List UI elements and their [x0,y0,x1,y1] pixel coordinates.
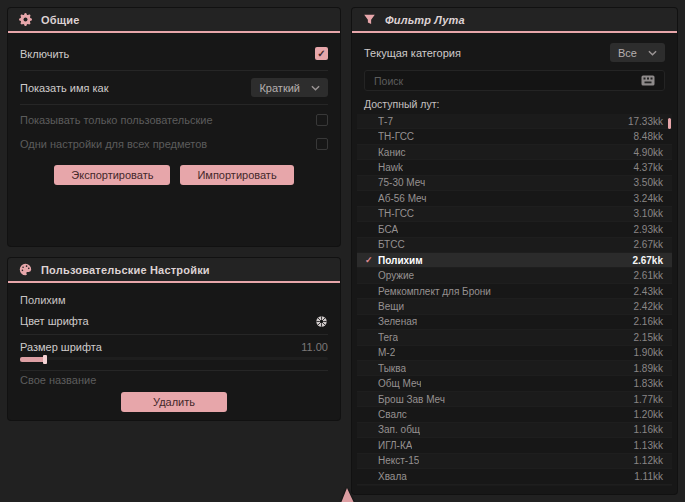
loot-row[interactable]: Вещи2.42kk [357,299,672,314]
name-mode-dropdown[interactable]: Краткий [251,78,328,97]
divider [20,104,328,105]
loot-name: Ремкомплект для Брони [378,286,491,297]
loot-row[interactable]: Общ Меч1.83kk [357,376,672,391]
loot-row[interactable]: ТН-ГСС8.48kk [357,129,672,144]
loot-value: 17.33kk [628,116,663,127]
enable-row: Включить [20,40,328,67]
loot-list: Т-717.33kkТН-ГСС8.48kkКанис4.90kkHawk4.3… [357,114,672,486]
font-size-slider[interactable] [20,357,328,360]
mouse-cursor [341,488,354,502]
loot-name: Полихим [378,255,423,266]
general-panel-body: Включить Показать имя как Краткий Показы [8,33,340,246]
font-color-label: Цвет шрифта [20,315,89,327]
custom-settings-title: Пользовательские Настройки [41,264,210,276]
loot-name: БСА [378,224,398,235]
loot-name: Тыква [378,363,406,374]
available-loot-label: Доступный лут: [364,98,665,110]
name-mode-row: Показать имя как Краткий [20,74,328,101]
loot-row[interactable]: Некст-151.12kk [357,454,672,469]
name-mode-label: Показать имя как [20,82,109,94]
loot-value: 3.24kk [634,193,663,204]
loot-name: Свалс [378,409,407,420]
loot-value: 1.11kk [634,471,663,482]
general-panel: Общие Включить Показать имя как Краткий [8,8,340,246]
search-input[interactable] [374,72,641,89]
search-box[interactable] [364,70,665,91]
font-size-value: 11.00 [301,341,328,353]
loot-name: Тега [378,332,398,343]
loot-name: Зеленая [378,316,417,327]
keyboard-icon[interactable] [641,75,655,86]
loot-row[interactable]: Hawk4.37kk [357,160,672,175]
loot-row[interactable]: Оружие2.61kk [357,268,672,283]
loot-filter-header: Фильтр Лута [352,8,677,33]
chevron-down-icon [311,85,320,91]
loot-value: 2.16kk [634,316,663,327]
loot-row[interactable]: Зап. общ1.16kk [357,423,672,438]
loot-name: Хвала [378,471,407,482]
loot-row[interactable]: Свалс1.20kk [357,407,672,422]
gear-icon [19,13,32,26]
loot-row[interactable]: ИГЛ-КА1.13kk [357,438,672,453]
chevron-down-icon [648,50,657,56]
custom-settings-panel: Пользовательские Настройки Полихим Цвет … [8,258,340,420]
loot-row[interactable]: Брош Зав Меч1.77kk [357,392,672,407]
loot-value: 2.93kk [634,224,663,235]
loot-row[interactable]: Тыква1.89kk [357,361,672,376]
palette-icon [19,263,32,276]
loot-row[interactable]: ТН-ГСС3.10kk [357,207,672,222]
loot-row[interactable]: Зеленая2.16kk [357,315,672,330]
name-mode-value: Краткий [259,82,300,94]
loot-name: М-2 [378,347,395,358]
loot-row[interactable]: БСА2.93kk [357,222,672,237]
scrollbar-thumb[interactable] [668,118,671,129]
slider-handle[interactable] [43,355,47,364]
loot-row[interactable]: Ремкомплект для Брони2.43kk [357,284,672,299]
enable-checkbox[interactable] [315,47,328,60]
loot-name: ТН-ГСС [378,131,414,142]
loot-row[interactable]: Т-717.33kk [357,114,672,129]
divider [20,334,328,335]
loot-value: 2.43kk [634,286,663,297]
same-settings-row: Одни настройки для всех предметов [20,132,328,156]
loot-name: Зап. общ [378,424,420,435]
loot-row[interactable]: Тега2.15kk [357,330,672,345]
loot-value: 1.20kk [634,409,663,420]
loot-name: Общ Меч [378,378,421,389]
loot-row[interactable]: БТСС2.67kk [357,238,672,253]
loot-filter-panel: Фильтр Лута Текущая категория Все [352,8,677,494]
loot-row[interactable]: 75-30 Меч3.50kk [357,176,672,191]
delete-button[interactable]: Удалить [121,392,227,412]
loot-value: 4.90kk [634,147,663,158]
loot-value: 2.42kk [634,301,663,312]
color-wheel-icon[interactable] [315,315,328,328]
category-dropdown[interactable]: Все [610,43,665,62]
loot-row[interactable]: Хвала1.11kk [357,469,672,484]
custom-name-input[interactable] [20,373,328,386]
loot-value: 3.50kk [634,177,663,188]
loot-row[interactable]: Канис4.90kk [357,145,672,160]
loot-value: 2.67kk [634,239,663,250]
general-panel-header: Общие [8,8,340,33]
loot-row[interactable]: Аб-ПКИМ Меч1.10kk [357,485,672,487]
custom-settings-body: Полихим Цвет шрифта Размер шрифта 11.00 [8,283,340,420]
selected-item-name: Полихим [20,294,328,306]
loot-row[interactable]: Аб-56 Меч3.24kk [357,191,672,206]
loot-value: 2.15kk [634,332,663,343]
settings-window: Общие Включить Показать имя как Краткий [0,0,685,502]
category-value: Все [618,47,637,59]
loot-row[interactable]: М-21.90kk [357,346,672,361]
only-custom-checkbox[interactable] [316,114,328,126]
loot-row[interactable]: Полихим2.67kk [357,253,672,268]
only-custom-row: Показывать только пользовательские [20,108,328,132]
same-settings-label: Одни настройки для всех предметов [20,138,207,150]
loot-value: 3.10kk [634,208,663,219]
loot-name: Некст-15 [378,455,419,466]
loot-name: Брош Зав Меч [378,394,445,405]
loot-name: БТСС [378,239,405,250]
same-settings-checkbox[interactable] [316,138,328,150]
loot-value: 1.77kk [634,394,663,405]
import-button[interactable]: Импортировать [180,165,293,185]
export-button[interactable]: Экспортировать [54,165,170,185]
loot-name: Оружие [378,270,414,281]
